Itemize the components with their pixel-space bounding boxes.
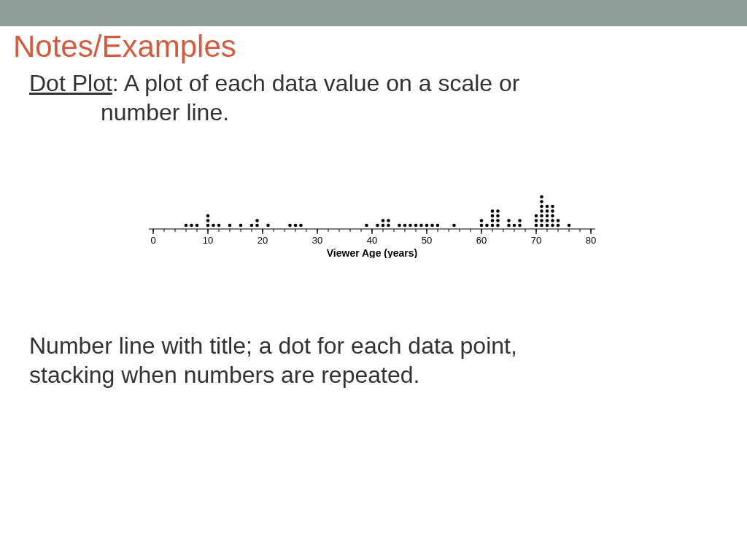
svg-point-64: [206, 224, 210, 228]
svg-point-77: [299, 224, 303, 228]
svg-point-97: [491, 219, 495, 222]
svg-point-92: [452, 224, 456, 228]
svg-point-116: [540, 205, 543, 209]
svg-point-70: [239, 224, 243, 228]
svg-point-103: [496, 209, 500, 213]
svg-text:60: 60: [476, 235, 487, 246]
svg-point-114: [540, 214, 543, 218]
definition-rest: : A plot of each data value on a scale o…: [112, 70, 520, 96]
svg-point-106: [513, 224, 516, 228]
svg-text:70: 70: [531, 235, 541, 246]
svg-point-104: [507, 224, 511, 228]
svg-point-111: [535, 214, 538, 218]
svg-point-98: [491, 214, 495, 218]
svg-point-108: [518, 219, 522, 222]
svg-point-84: [398, 224, 401, 228]
svg-point-67: [212, 224, 215, 228]
svg-point-129: [557, 224, 560, 228]
svg-point-130: [557, 219, 560, 222]
svg-point-63: [196, 224, 199, 228]
svg-point-66: [206, 214, 210, 218]
svg-text:80: 80: [586, 235, 596, 246]
svg-point-119: [546, 224, 549, 228]
svg-point-128: [551, 205, 554, 209]
svg-text:50: 50: [422, 235, 432, 246]
svg-point-107: [518, 224, 522, 228]
svg-point-72: [255, 224, 259, 228]
svg-point-100: [496, 224, 500, 228]
svg-text:30: 30: [312, 235, 322, 246]
svg-text:40: 40: [367, 235, 377, 246]
svg-point-123: [546, 205, 549, 209]
svg-point-81: [382, 219, 385, 222]
svg-point-124: [551, 224, 554, 228]
svg-point-120: [546, 219, 549, 222]
svg-point-82: [387, 224, 390, 228]
definition-line-1: Dot Plot: A plot of each data value on a…: [29, 69, 703, 98]
svg-point-62: [190, 224, 193, 228]
dot-plot-chart: 01020304050607080Viewer Age (years): [139, 149, 605, 258]
slide-title: Notes/Examples: [13, 29, 747, 64]
svg-point-126: [551, 214, 554, 218]
definition-term: Dot Plot: [29, 70, 112, 96]
svg-text:10: 10: [203, 235, 213, 246]
svg-point-80: [382, 224, 385, 228]
explanation-line-1: Number line with title; a dot for each d…: [29, 331, 703, 360]
svg-text:20: 20: [258, 235, 268, 246]
svg-point-74: [266, 224, 270, 228]
svg-point-89: [425, 224, 429, 228]
svg-point-118: [540, 195, 543, 199]
svg-point-88: [419, 224, 423, 228]
svg-point-127: [551, 209, 554, 213]
svg-point-71: [250, 224, 254, 228]
svg-point-94: [480, 219, 484, 222]
svg-point-115: [540, 209, 543, 213]
svg-point-117: [540, 200, 543, 203]
svg-point-93: [480, 224, 484, 228]
svg-point-76: [294, 224, 298, 228]
svg-point-110: [535, 219, 538, 222]
slide-top-accent-bar: [0, 0, 747, 26]
svg-point-102: [496, 214, 500, 218]
svg-text:0: 0: [150, 235, 155, 246]
definition-line-2: number line.: [101, 98, 703, 127]
svg-point-69: [228, 224, 232, 228]
svg-point-75: [288, 224, 292, 228]
svg-point-83: [387, 219, 390, 222]
svg-point-125: [551, 219, 554, 222]
svg-point-68: [217, 224, 221, 228]
svg-text:Viewer Age (years): Viewer Age (years): [327, 247, 418, 258]
svg-point-109: [535, 224, 538, 228]
svg-point-91: [436, 224, 440, 228]
svg-point-131: [568, 224, 571, 228]
svg-point-99: [491, 209, 495, 213]
svg-point-101: [496, 219, 500, 222]
svg-point-112: [540, 224, 543, 228]
svg-point-87: [414, 224, 418, 228]
svg-point-113: [540, 219, 543, 222]
svg-point-95: [485, 224, 489, 228]
svg-point-86: [409, 224, 412, 228]
svg-point-78: [365, 224, 368, 228]
svg-point-90: [430, 224, 434, 228]
svg-point-85: [403, 224, 407, 228]
explanation-line-2: stacking when numbers are repeated.: [29, 360, 703, 389]
svg-point-79: [376, 224, 379, 228]
svg-point-73: [255, 219, 259, 222]
svg-point-122: [546, 209, 549, 213]
svg-point-65: [206, 219, 210, 222]
svg-point-105: [507, 219, 511, 222]
svg-point-96: [491, 224, 495, 228]
svg-point-121: [546, 214, 549, 218]
svg-point-61: [185, 224, 188, 228]
